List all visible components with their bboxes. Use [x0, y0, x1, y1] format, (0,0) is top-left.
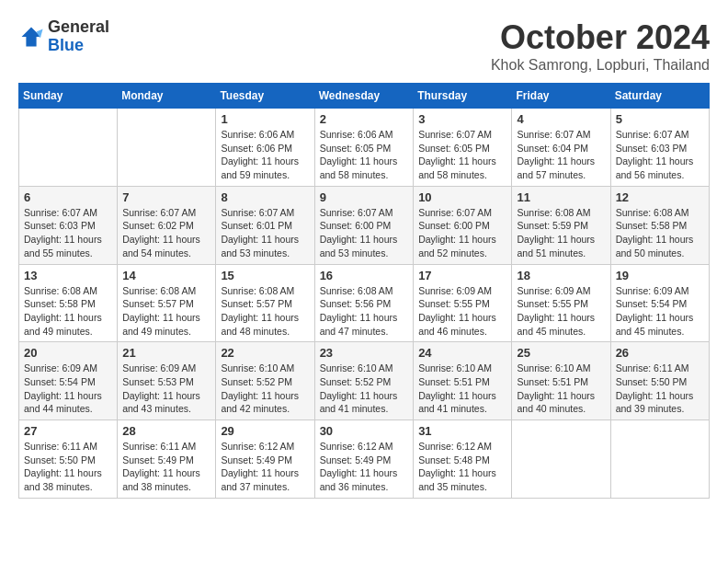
- location: Khok Samrong, Lopburi, Thailand: [491, 57, 710, 74]
- day-info: Sunrise: 6:08 AMSunset: 5:58 PMDaylight:…: [616, 206, 704, 260]
- calendar-cell: 4Sunrise: 6:07 AMSunset: 6:04 PMDaylight…: [512, 109, 610, 187]
- day-number: 14: [122, 269, 210, 282]
- weekday-header: Saturday: [610, 84, 709, 109]
- day-number: 25: [517, 346, 605, 360]
- day-info: Sunrise: 6:09 AMSunset: 5:55 PMDaylight:…: [418, 284, 506, 339]
- weekday-header: Wednesday: [314, 84, 414, 109]
- calendar-cell: 20Sunrise: 6:09 AMSunset: 5:54 PMDayligh…: [19, 342, 118, 420]
- day-info: Sunrise: 6:07 AMSunset: 6:01 PMDaylight:…: [221, 206, 309, 260]
- calendar-cell: 23Sunrise: 6:10 AMSunset: 5:52 PMDayligh…: [314, 342, 414, 420]
- calendar-cell: 3Sunrise: 6:07 AMSunset: 6:05 PMDaylight…: [414, 109, 512, 187]
- day-info: Sunrise: 6:07 AMSunset: 6:02 PMDaylight:…: [122, 206, 210, 260]
- day-info: Sunrise: 6:08 AMSunset: 5:57 PMDaylight:…: [122, 284, 210, 339]
- calendar-cell: 5Sunrise: 6:07 AMSunset: 6:03 PMDaylight…: [610, 109, 709, 187]
- day-number: 3: [418, 112, 506, 126]
- day-number: 18: [517, 269, 605, 282]
- day-number: 15: [221, 269, 309, 282]
- day-number: 7: [122, 190, 210, 204]
- day-info: Sunrise: 6:08 AMSunset: 5:57 PMDaylight:…: [221, 284, 309, 339]
- day-number: 20: [24, 346, 112, 360]
- logo-text: General Blue: [48, 18, 109, 55]
- day-info: Sunrise: 6:07 AMSunset: 6:00 PMDaylight:…: [418, 206, 506, 260]
- day-info: Sunrise: 6:10 AMSunset: 5:51 PMDaylight:…: [418, 362, 506, 416]
- day-info: Sunrise: 6:09 AMSunset: 5:54 PMDaylight:…: [616, 284, 704, 339]
- svg-marker-0: [22, 27, 41, 46]
- weekday-header: Sunday: [19, 84, 118, 109]
- calendar-cell: 11Sunrise: 6:08 AMSunset: 5:59 PMDayligh…: [512, 186, 610, 264]
- logo-icon: [18, 24, 44, 50]
- day-info: Sunrise: 6:09 AMSunset: 5:54 PMDaylight:…: [24, 362, 112, 416]
- calendar-cell: 15Sunrise: 6:08 AMSunset: 5:57 PMDayligh…: [216, 264, 314, 342]
- day-number: 5: [616, 112, 704, 126]
- page-header: General Blue October 2024 Khok Samrong, …: [18, 18, 710, 74]
- calendar-cell: 13Sunrise: 6:08 AMSunset: 5:58 PMDayligh…: [19, 264, 118, 342]
- day-info: Sunrise: 6:07 AMSunset: 6:00 PMDaylight:…: [320, 206, 409, 260]
- day-number: 2: [320, 112, 409, 126]
- calendar-cell: 25Sunrise: 6:10 AMSunset: 5:51 PMDayligh…: [512, 342, 610, 420]
- calendar-cell: 30Sunrise: 6:12 AMSunset: 5:49 PMDayligh…: [314, 420, 414, 499]
- title-block: October 2024 Khok Samrong, Lopburi, Thai…: [491, 18, 710, 74]
- day-info: Sunrise: 6:06 AMSunset: 6:06 PMDaylight:…: [221, 128, 309, 182]
- calendar-cell: [118, 109, 216, 187]
- day-number: 28: [122, 424, 210, 438]
- calendar: SundayMondayTuesdayWednesdayThursdayFrid…: [18, 83, 710, 499]
- weekday-header: Friday: [512, 84, 610, 109]
- day-number: 4: [517, 112, 605, 126]
- day-number: 29: [221, 424, 309, 438]
- day-info: Sunrise: 6:08 AMSunset: 5:58 PMDaylight:…: [24, 284, 112, 339]
- day-number: 26: [616, 346, 704, 360]
- calendar-cell: 19Sunrise: 6:09 AMSunset: 5:54 PMDayligh…: [610, 264, 709, 342]
- weekday-header: Monday: [118, 84, 216, 109]
- weekday-header-row: SundayMondayTuesdayWednesdayThursdayFrid…: [19, 84, 710, 109]
- day-number: 12: [616, 190, 704, 204]
- calendar-week-row: 1Sunrise: 6:06 AMSunset: 6:06 PMDaylight…: [19, 109, 710, 187]
- calendar-cell: 29Sunrise: 6:12 AMSunset: 5:49 PMDayligh…: [216, 420, 314, 499]
- day-info: Sunrise: 6:07 AMSunset: 6:03 PMDaylight:…: [24, 206, 112, 260]
- day-info: Sunrise: 6:12 AMSunset: 5:49 PMDaylight:…: [221, 440, 309, 494]
- day-info: Sunrise: 6:07 AMSunset: 6:05 PMDaylight:…: [418, 128, 506, 182]
- day-number: 11: [517, 190, 605, 204]
- calendar-cell: 27Sunrise: 6:11 AMSunset: 5:50 PMDayligh…: [19, 420, 118, 499]
- calendar-cell: 16Sunrise: 6:08 AMSunset: 5:56 PMDayligh…: [314, 264, 414, 342]
- logo-general: General: [48, 18, 109, 37]
- calendar-cell: 6Sunrise: 6:07 AMSunset: 6:03 PMDaylight…: [19, 186, 118, 264]
- calendar-cell: 7Sunrise: 6:07 AMSunset: 6:02 PMDaylight…: [118, 186, 216, 264]
- day-info: Sunrise: 6:10 AMSunset: 5:51 PMDaylight:…: [517, 362, 605, 416]
- day-number: 24: [418, 346, 506, 360]
- calendar-cell: 2Sunrise: 6:06 AMSunset: 6:05 PMDaylight…: [314, 109, 414, 187]
- day-number: 10: [418, 190, 506, 204]
- day-info: Sunrise: 6:07 AMSunset: 6:03 PMDaylight:…: [616, 128, 704, 182]
- calendar-week-row: 27Sunrise: 6:11 AMSunset: 5:50 PMDayligh…: [19, 420, 710, 499]
- day-number: 30: [320, 424, 409, 438]
- day-info: Sunrise: 6:12 AMSunset: 5:48 PMDaylight:…: [418, 440, 506, 494]
- calendar-cell: 8Sunrise: 6:07 AMSunset: 6:01 PMDaylight…: [216, 186, 314, 264]
- day-info: Sunrise: 6:08 AMSunset: 5:56 PMDaylight:…: [320, 284, 409, 339]
- calendar-week-row: 20Sunrise: 6:09 AMSunset: 5:54 PMDayligh…: [19, 342, 710, 420]
- calendar-cell: 12Sunrise: 6:08 AMSunset: 5:58 PMDayligh…: [610, 186, 709, 264]
- day-info: Sunrise: 6:11 AMSunset: 5:50 PMDaylight:…: [616, 362, 704, 416]
- day-info: Sunrise: 6:09 AMSunset: 5:53 PMDaylight:…: [122, 362, 210, 416]
- calendar-cell: 26Sunrise: 6:11 AMSunset: 5:50 PMDayligh…: [610, 342, 709, 420]
- day-info: Sunrise: 6:06 AMSunset: 6:05 PMDaylight:…: [320, 128, 409, 182]
- day-info: Sunrise: 6:11 AMSunset: 5:49 PMDaylight:…: [122, 440, 210, 494]
- day-number: 1: [221, 112, 309, 126]
- calendar-cell: 21Sunrise: 6:09 AMSunset: 5:53 PMDayligh…: [118, 342, 216, 420]
- calendar-cell: 14Sunrise: 6:08 AMSunset: 5:57 PMDayligh…: [118, 264, 216, 342]
- calendar-cell: [19, 109, 118, 187]
- calendar-week-row: 13Sunrise: 6:08 AMSunset: 5:58 PMDayligh…: [19, 264, 710, 342]
- day-number: 13: [24, 269, 112, 282]
- calendar-cell: 17Sunrise: 6:09 AMSunset: 5:55 PMDayligh…: [414, 264, 512, 342]
- day-number: 9: [320, 190, 409, 204]
- weekday-header: Tuesday: [216, 84, 314, 109]
- calendar-cell: [610, 420, 709, 499]
- day-info: Sunrise: 6:09 AMSunset: 5:55 PMDaylight:…: [517, 284, 605, 339]
- day-number: 16: [320, 269, 409, 282]
- logo: General Blue: [18, 18, 109, 55]
- calendar-cell: [512, 420, 610, 499]
- day-number: 21: [122, 346, 210, 360]
- calendar-cell: 22Sunrise: 6:10 AMSunset: 5:52 PMDayligh…: [216, 342, 314, 420]
- calendar-cell: 10Sunrise: 6:07 AMSunset: 6:00 PMDayligh…: [414, 186, 512, 264]
- day-number: 27: [24, 424, 112, 438]
- day-number: 31: [418, 424, 506, 438]
- calendar-cell: 9Sunrise: 6:07 AMSunset: 6:00 PMDaylight…: [314, 186, 414, 264]
